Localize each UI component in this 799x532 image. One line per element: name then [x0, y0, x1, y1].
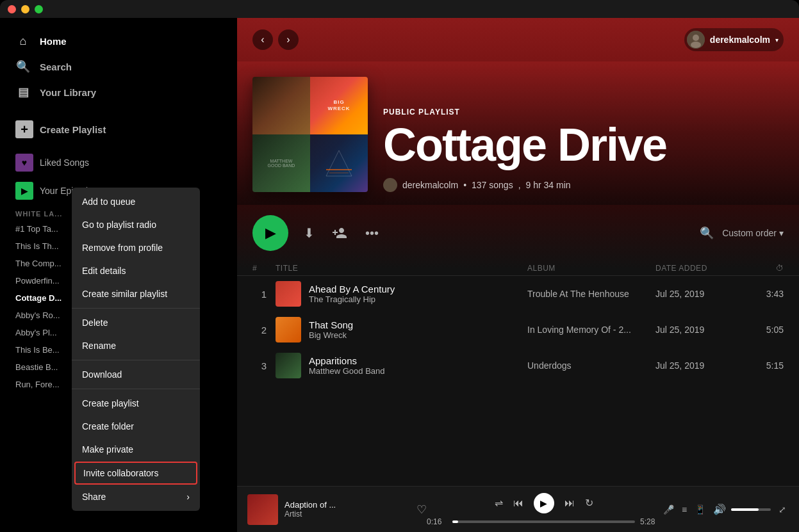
- add-user-button[interactable]: [329, 223, 350, 243]
- share-arrow-icon: ›: [186, 492, 190, 502]
- liked-songs-item[interactable]: ♥ Liked Songs: [8, 149, 229, 177]
- fullscreen-button[interactable]: ⤢: [776, 502, 789, 517]
- context-menu-add-to-queue[interactable]: Add to queue: [72, 190, 200, 213]
- track-list-area: ▶ ⬇ ••• 🔍 Custom order ▾ #: [237, 205, 799, 486]
- heart-icon[interactable]: ♡: [416, 503, 427, 517]
- context-menu-edit-details[interactable]: Edit details: [72, 259, 200, 282]
- context-menu-invite-collaborators[interactable]: Invite collaborators: [74, 462, 197, 485]
- volume-controls: 🎤 ≡ 📱 🔊 ⤢: [661, 502, 789, 517]
- sidebar-item-home[interactable]: ⌂ Home: [8, 28, 229, 54]
- cover-cell-3: MATTHEWGOOD BAND: [252, 134, 310, 192]
- back-button[interactable]: ‹: [252, 29, 273, 50]
- context-menu-remove-profile[interactable]: Remove from profile: [72, 236, 200, 259]
- chevron-down-icon: ▾: [775, 36, 778, 44]
- current-time: 0:16: [427, 517, 447, 526]
- volume-icon[interactable]: 🔊: [713, 503, 726, 515]
- context-menu-create-folder[interactable]: Create folder: [72, 415, 200, 438]
- table-row[interactable]: 2 That Song Big Wreck In Loving Memory O…: [237, 312, 799, 348]
- cover-cell-4: [310, 134, 368, 192]
- sidebar-item-search[interactable]: 🔍 Search: [8, 54, 229, 79]
- track-date-1: Jul 25, 2019: [655, 289, 745, 299]
- liked-songs-label: Liked Songs: [40, 157, 89, 168]
- queue-button[interactable]: ≡: [679, 502, 689, 517]
- track-num-2: 2: [252, 325, 276, 335]
- nav-arrows: ‹ ›: [252, 29, 299, 50]
- search-tracks-button[interactable]: 🔍: [696, 223, 717, 243]
- track-duration-1: 3:43: [745, 289, 784, 299]
- track-num-1: 1: [252, 289, 276, 300]
- now-playing-track: Adaption of ... Artist ♡: [247, 494, 427, 525]
- more-options-button[interactable]: •••: [360, 223, 384, 243]
- playlist-hero: BIGWRECK MATTHEWGOOD BAND PUBLIC PLAYLIS…: [237, 61, 799, 205]
- sidebar-item-search-label: Search: [40, 61, 72, 72]
- previous-button[interactable]: ⏮: [513, 497, 523, 509]
- track-text-3: Apparitions Matthew Good Band: [309, 355, 385, 376]
- chevron-down-icon: ▾: [779, 228, 784, 238]
- maximize-button[interactable]: [35, 5, 43, 13]
- download-button[interactable]: ⬇: [299, 223, 319, 243]
- play-button-large[interactable]: ▶: [252, 215, 288, 251]
- sidebar-item-home-label: Home: [40, 36, 67, 47]
- track-date-3: Jul 25, 2019: [655, 360, 745, 371]
- context-menu-share[interactable]: Share ›: [72, 485, 200, 508]
- track-artist-3: Matthew Good Band: [309, 366, 385, 376]
- total-time: 5:28: [640, 517, 661, 526]
- playlist-dot: •: [463, 180, 466, 190]
- track-album-2: In Loving Memory Of - 2...: [527, 325, 655, 335]
- col-duration: ⏱: [745, 264, 784, 273]
- context-menu-delete[interactable]: Delete: [72, 311, 200, 334]
- lyrics-button[interactable]: 🎤: [661, 502, 677, 517]
- track-duration-2: 5:05: [745, 325, 784, 335]
- context-menu-rename[interactable]: Rename: [72, 334, 200, 357]
- track-artist-1: The Tragically Hip: [309, 294, 395, 304]
- forward-button[interactable]: ›: [278, 29, 299, 50]
- track-duration-3: 5:15: [745, 360, 784, 371]
- repeat-button[interactable]: ↻: [585, 497, 593, 509]
- main-content: ‹ › derekmalcolm ▾ BIGWRE: [237, 18, 799, 532]
- track-album-3: Underdogs: [527, 360, 655, 371]
- context-menu-download[interactable]: Download: [72, 363, 200, 386]
- context-menu-divider-2: [72, 360, 200, 360]
- devices-button[interactable]: 📱: [692, 502, 708, 517]
- sidebar-item-library[interactable]: ▤ Your Library: [8, 79, 229, 105]
- context-menu-create-playlist[interactable]: Create playlist: [72, 392, 200, 415]
- shuffle-button[interactable]: ⇌: [495, 497, 503, 509]
- track-thumbnail-3: [276, 353, 301, 378]
- now-playing-thumbnail: [247, 494, 278, 525]
- playlist-duration: 9 hr 34 min: [526, 180, 571, 190]
- svg-point-1: [693, 35, 699, 41]
- play-pause-button[interactable]: ▶: [534, 493, 554, 513]
- minimize-button[interactable]: [21, 5, 29, 13]
- context-menu-make-private[interactable]: Make private: [72, 438, 200, 461]
- sidebar: ⌂ Home 🔍 Search ▤ Your Library + Create …: [0, 18, 237, 532]
- context-menu-go-to-radio[interactable]: Go to playlist radio: [72, 213, 200, 236]
- now-playing-bar: Adaption of ... Artist ♡ ⇌ ⏮ ▶ ⏭ ↻ 0:16: [237, 486, 799, 532]
- track-num-3: 3: [252, 360, 276, 371]
- main-header: ‹ › derekmalcolm ▾: [237, 18, 799, 61]
- create-playlist-button[interactable]: + Create Playlist: [8, 115, 229, 143]
- playlist-owner: derekmalcolm: [402, 180, 458, 190]
- context-menu: Add to queue Go to playlist radio Remove…: [72, 188, 200, 511]
- table-row[interactable]: 3 Apparitions Matthew Good Band Underdog…: [237, 348, 799, 383]
- close-button[interactable]: [8, 5, 16, 13]
- home-icon: ⌂: [15, 33, 31, 49]
- track-name-2: That Song: [309, 319, 353, 330]
- playlist-meta: derekmalcolm • 137 songs , 9 hr 34 min: [383, 178, 666, 192]
- track-controls-right: 🔍 Custom order ▾: [696, 223, 784, 243]
- your-episodes-icon: ▶: [15, 182, 33, 200]
- table-row[interactable]: 1 Ahead By A Century The Tragically Hip …: [237, 276, 799, 312]
- track-info-1: Ahead By A Century The Tragically Hip: [276, 281, 527, 307]
- plus-icon: +: [15, 120, 33, 138]
- context-menu-create-similar[interactable]: Create similar playlist: [72, 282, 200, 305]
- next-button[interactable]: ⏭: [564, 497, 575, 509]
- progress-bar[interactable]: [452, 520, 635, 523]
- volume-fill: [731, 508, 759, 511]
- now-playing-name: Adaption of ...: [284, 500, 410, 510]
- volume-bar[interactable]: [731, 508, 771, 511]
- context-menu-divider-3: [72, 389, 200, 389]
- custom-order-button[interactable]: Custom order ▾: [722, 228, 784, 238]
- window-chrome: [0, 0, 799, 18]
- track-text-1: Ahead By A Century The Tragically Hip: [309, 284, 395, 304]
- search-icon: 🔍: [15, 59, 31, 74]
- user-profile[interactable]: derekmalcolm ▾: [684, 28, 784, 51]
